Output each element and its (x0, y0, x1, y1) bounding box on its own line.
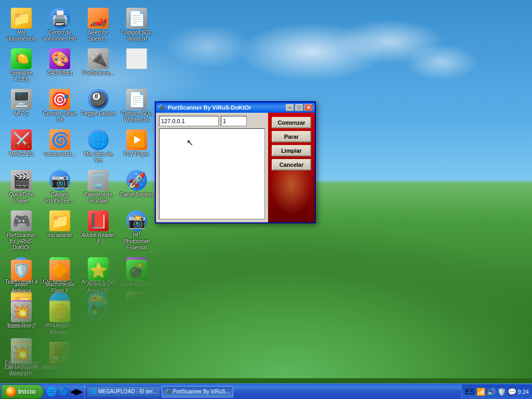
portscanner-desktop-icon: 🔌 (88, 48, 109, 69)
icon-codigos-sql-wanted[interactable]: 📄 Codigos SQL Wanted.txt (118, 86, 155, 126)
icon-steam[interactable]: 🎮 PortScanner By ViRuS-DoKtOr (3, 208, 40, 254)
icon-game-booster[interactable]: 🚀 Game Booster (118, 167, 155, 207)
maximize-button[interactable]: □ (295, 104, 303, 111)
icon-limewire[interactable]: 🍋 LimeWire 4.18.8 (3, 46, 40, 85)
mega-manager-label: Mega Manager (43, 323, 77, 336)
quicktime-icon: 🎬 (11, 170, 32, 191)
taskbar-megaupload[interactable]: 🌐 MEGAUPLOAD - El ser... (87, 386, 161, 397)
icon-ares[interactable]: 🦅 Ares (2) (79, 299, 117, 338)
icon-metin2[interactable]: ⚔️ Metin2 ES (3, 127, 40, 166)
steam-icon: 🎮 (11, 210, 32, 231)
icon-counter-strike[interactable]: 🎯 Counter-Strike 1.6 (41, 86, 78, 126)
icon-blank[interactable] (118, 46, 155, 85)
minimize-button[interactable]: ─ (286, 104, 294, 111)
icon-papelera[interactable]: 🗑️ Papelera de reciclaje (79, 167, 117, 207)
gunbound-icon: 💣 (126, 260, 147, 281)
steam-label: PortScanner By ViRuS-DoKtOr (4, 232, 38, 251)
portscanner-taskbar-icon: 🔌 (165, 389, 171, 394)
cod-modern-icon: 💥 (88, 343, 109, 364)
close-button[interactable]: ✕ (304, 104, 313, 111)
adobe-label: Adobe Reader 8 (81, 232, 115, 245)
start-button[interactable]: Inicio (1, 384, 44, 399)
tray-volume-icon[interactable]: 🔊 (487, 388, 496, 396)
icon-peggle[interactable]: 🎱 Peggle Deluxe (79, 86, 117, 126)
americas-army-260-icon: ⭐ (88, 260, 109, 281)
ql-nav-icon[interactable]: ◀▶ (71, 386, 82, 397)
battlefield-icon: 💥 (11, 301, 32, 322)
start-label: Inicio (18, 388, 36, 395)
tray-network-icon[interactable]: 📶 (476, 388, 485, 396)
icon-mu-adarite[interactable]: 📁 mu adarite (41, 208, 78, 254)
cancelar-button[interactable]: Cancelar (272, 159, 311, 170)
comenzar-button[interactable]: Comenzar (272, 117, 311, 128)
mega-manager-icon: 🟡 (49, 301, 70, 322)
metin2-label: Metin2 ES (9, 151, 33, 157)
icon-mis-documentos[interactable]: 📁 Mis documentos (3, 5, 40, 45)
cod-modern-label: Call of Duty(R) - Modern W... (81, 365, 115, 377)
icon-mis-sitios[interactable]: 🌐 Mis sitios de red (79, 127, 117, 166)
icon-hp-photosmart[interactable]: 📸 HP Photosmart Essential (118, 208, 155, 254)
icon-lexus[interactable]: 🛡️ Lexus Antivirus.exe (118, 340, 155, 380)
blank-icon (126, 48, 147, 69)
avast-icon: 🛡️ (11, 260, 32, 281)
desktop-icons-row11: 💥 Call of Duty(R) World at ... 🦊 Mozilla… (0, 338, 281, 382)
hp-photosmart-label: HP Photosmart Essential (119, 232, 154, 251)
papelera-icon: 🗑️ (88, 170, 109, 191)
icon-hypercam[interactable]: 📹 HyperCam 2 (2) (118, 299, 155, 338)
icon-cod-world[interactable]: 💥 Call of Duty(R) World at ... (3, 340, 40, 380)
flv-label: FLV Player (124, 151, 150, 157)
icon-macromedia[interactable]: 🔶 Macromedia Flash 8 (41, 257, 78, 297)
taskbar-portscanner[interactable]: 🔌 PortScanner By ViRuS... (162, 386, 233, 397)
icon-firefox[interactable]: 🦊 Mozilla Firefox (41, 340, 78, 380)
port-input[interactable] (221, 116, 247, 126)
c4d-icon: 🎨 (49, 48, 70, 69)
icon-quicktime[interactable]: 🎬 QuickTime Player (3, 167, 40, 207)
icon-gadwin[interactable]: 📷 Gadwin PrintScree... (41, 167, 78, 207)
firefox-label: Mozilla Firefox (43, 365, 76, 371)
tray-notification-icon[interactable]: 💬 (508, 388, 516, 396)
megaupload-label: MEGAUPLOAD - El ser... (98, 389, 157, 394)
icon-avast[interactable]: 🛡️ avast! Antivirus (3, 257, 40, 297)
lexus-label: Lexus Antivirus.exe (119, 365, 154, 377)
parar-button[interactable]: Parar (272, 131, 311, 142)
ip-input[interactable] (159, 116, 219, 126)
need-speed-icon: 🏎️ (88, 8, 109, 29)
quicktime-label: QuickTime Player (4, 192, 38, 204)
window-titlebar[interactable]: 🔌 PortScanner By ViRuS-DoKtOr ─ □ ✕ (156, 102, 315, 113)
peggle-icon: 🎱 (88, 89, 109, 110)
clip0009-label: clip0009.avi (200, 365, 228, 371)
windows-live-label: Windows Live Messenger (158, 365, 192, 377)
icon-clip0009[interactable]: 🎥 clip0009.avi (195, 340, 232, 380)
ql-ie-icon[interactable]: 🌐 (46, 386, 57, 397)
icon-nuevo-doc[interactable]: 📄 Nuevo Documento ... (233, 340, 271, 380)
system-tray: ES 📶 🔊 🛡️ 💬 9:24 (461, 384, 532, 399)
icon-portscanner-desktop[interactable]: 🔌 PortScanne... (79, 46, 117, 85)
peggle-label: Peggle Deluxe (81, 111, 115, 117)
limpiar-button[interactable]: Limpiar (272, 145, 311, 156)
icon-centro-hp[interactable]: 🖨️ Centro de soluciones HP (41, 5, 78, 45)
icon-c4d[interactable]: 🎨 C4D Effect (41, 46, 78, 85)
icon-mi-pc[interactable]: 🖥️ Mi PC (3, 86, 40, 126)
icon-naruto[interactable]: 🌀 naruto-rend... (41, 127, 78, 166)
icon-americas-army-260[interactable]: ⭐ America's Army 260 (79, 257, 117, 297)
hypercam-icon: 📹 (126, 301, 147, 322)
icon-cod-modern[interactable]: 💥 Call of Duty(R) - Modern W... (79, 340, 117, 380)
icon-need-speed[interactable]: 🏎️ Need for Speed... (79, 5, 117, 45)
icon-mega-manager[interactable]: 🟡 Mega Manager (41, 299, 78, 338)
limewire-icon: 🍋 (11, 48, 32, 69)
window-body: ↖ Comenzar Parar Limpiar Cancelar (156, 113, 315, 222)
tray-security-icon[interactable]: 🛡️ (497, 388, 506, 396)
icon-windows-live[interactable]: 💬 Windows Live Messenger (156, 340, 194, 380)
ql-ie2-icon[interactable]: 🔵 (58, 386, 70, 397)
flv-icon: ▶️ (126, 129, 147, 150)
icon-flv[interactable]: ▶️ FLV Player (118, 127, 155, 166)
icon-gunbound[interactable]: 💣 GunboundWC (118, 257, 155, 297)
icon-codigos-sql-janop[interactable]: 📄 Codigos SQL Janop.txt (118, 5, 155, 45)
mis-sitios-label: Mis sitios de red (81, 151, 115, 164)
codigos-sql-wanted-icon: 📄 (126, 89, 147, 110)
icon-battlefield[interactable]: 💥 Battlefield 2 (3, 299, 40, 338)
gunbound-label: GunboundWC (120, 282, 153, 288)
icon-adobe[interactable]: 📕 Adobe Reader 8 (79, 208, 117, 254)
limewire-label: LimeWire 4.18.8 (4, 70, 38, 83)
counter-strike-label: Counter-Strike 1.6 (43, 111, 77, 123)
